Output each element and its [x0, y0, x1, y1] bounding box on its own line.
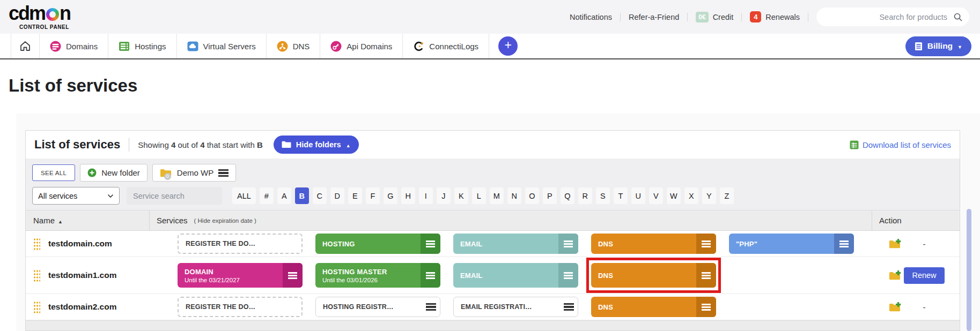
badge-text: HOSTING REGISTR…	[316, 297, 422, 317]
logo[interactable]: cdm n CONTROL PANEL	[9, 4, 70, 30]
letter-filter-a[interactable]: A	[277, 187, 291, 204]
domain-name[interactable]: testdomain2.com	[48, 302, 149, 312]
badge-menu-icon[interactable]	[696, 297, 716, 317]
hamburger-icon	[564, 272, 573, 279]
tab-home[interactable]	[11, 34, 40, 58]
badge-text: DNS	[591, 234, 696, 254]
column-name[interactable]: Name	[33, 210, 149, 230]
product-search-input[interactable]	[825, 12, 948, 22]
tab-api-domains[interactable]: Api Domains	[320, 34, 403, 58]
letter-filter-z[interactable]: Z	[720, 187, 734, 204]
refer-a-friend-link[interactable]: Refer-a-Friend	[629, 13, 679, 21]
services-badges: REGISTER THE DO…HOSTINGEMAILDNS"PHP"	[178, 234, 879, 254]
folder-plus-icon[interactable]	[889, 239, 901, 249]
service-badge-email[interactable]: EMAIL	[453, 263, 578, 288]
renewals-link[interactable]: 4 Renewals	[750, 11, 800, 22]
product-search	[816, 7, 969, 26]
letter-filter-[interactable]: #	[260, 187, 274, 204]
service-badge-domain[interactable]: DOMAINUntil the 03/21/2027	[178, 263, 303, 288]
hide-expiration-toggle[interactable]: ( Hide expiration date )	[194, 217, 256, 224]
letter-filter-k[interactable]: K	[454, 187, 468, 204]
billing-button[interactable]: Billing	[905, 36, 971, 56]
badge-menu-icon[interactable]	[558, 234, 578, 254]
badge-menu-icon[interactable]	[696, 263, 716, 288]
tab-virtual-servers[interactable]: Virtual Servers	[177, 34, 267, 58]
letter-filter-e[interactable]: E	[348, 187, 362, 204]
letter-filter-d[interactable]: D	[330, 187, 344, 204]
letter-filter-v[interactable]: V	[649, 187, 663, 204]
folder-plus-icon[interactable]	[889, 302, 901, 312]
badge-menu-icon[interactable]	[559, 297, 578, 317]
hide-folders-button[interactable]: Hide folders	[274, 136, 359, 154]
drag-handle-icon[interactable]	[33, 269, 40, 282]
letter-filter-o[interactable]: O	[525, 187, 539, 204]
credit-link[interactable]: 0€ Credit	[696, 12, 733, 22]
tab-domains[interactable]: Domains	[40, 34, 108, 58]
see-all-button[interactable]: SEE ALL	[32, 164, 75, 181]
folder-plus-icon[interactable]	[889, 270, 901, 281]
service-type-select[interactable]: All services	[32, 187, 120, 205]
letter-filter-q[interactable]: Q	[561, 187, 574, 204]
badge-menu-icon[interactable]	[421, 234, 440, 254]
service-badge-register-the-do[interactable]: REGISTER THE DO…	[178, 234, 303, 254]
letter-filter-j[interactable]: J	[437, 187, 451, 204]
tab-connectilogs[interactable]: ConnectiLogs	[403, 34, 489, 58]
service-badge-dns[interactable]: DNS	[591, 234, 716, 254]
letter-filter-p[interactable]: P	[543, 187, 557, 204]
chevron-down-icon	[107, 194, 114, 198]
badge-menu-icon[interactable]	[558, 263, 578, 288]
letter-filter-n[interactable]: N	[507, 187, 521, 204]
badge-menu-icon[interactable]	[696, 234, 716, 254]
drag-handle-icon[interactable]	[33, 237, 40, 250]
scrollbar-thumb[interactable]	[967, 209, 971, 331]
billing-icon	[915, 42, 923, 51]
service-badge-email[interactable]: EMAIL	[453, 234, 578, 254]
new-folder-button[interactable]: New folder	[80, 164, 148, 182]
letter-filter-t[interactable]: T	[614, 187, 628, 204]
drag-handle-icon[interactable]	[33, 300, 40, 313]
service-search-input[interactable]	[132, 191, 234, 201]
badge-text: HOSTING MASTERUntil the 03/01/2026	[315, 263, 421, 288]
letter-filter-c[interactable]: C	[313, 187, 327, 204]
service-badge-email-registrati[interactable]: EMAIL REGISTRATI…	[453, 297, 578, 317]
add-service-button[interactable]	[498, 36, 518, 56]
letter-filter-w[interactable]: W	[667, 187, 681, 204]
badge-menu-icon[interactable]	[283, 263, 303, 288]
badge-menu-icon[interactable]	[422, 297, 440, 317]
renew-button[interactable]: Renew	[904, 267, 944, 284]
service-badge-hosting-registr[interactable]: HOSTING REGISTR…	[315, 297, 440, 317]
service-badge-hosting-master[interactable]: HOSTING MASTERUntil the 03/01/2026	[315, 263, 440, 288]
download-services-link[interactable]: Download list of services	[850, 140, 951, 149]
service-badge-dns[interactable]: DNS	[591, 263, 716, 288]
tab-dns[interactable]: DNS	[267, 34, 321, 58]
badge-menu-icon[interactable]	[421, 263, 440, 288]
letter-filter-all[interactable]: ALL	[232, 187, 256, 204]
tab-hostings[interactable]: Hostings	[108, 34, 176, 58]
letter-filter-h[interactable]: H	[401, 187, 415, 204]
folder-demo-wp-button[interactable]: 0 Demo WP	[152, 164, 236, 182]
badge-wrap: DNS	[591, 234, 716, 254]
letter-filter-g[interactable]: G	[384, 187, 397, 204]
letter-filter-f[interactable]: F	[366, 187, 380, 204]
service-badge-register-the-do[interactable]: REGISTER THE DO…	[178, 297, 303, 317]
letter-filter-b[interactable]: B	[295, 187, 309, 204]
service-badge-php[interactable]: "PHP"	[729, 234, 854, 254]
letter-filter-m[interactable]: M	[490, 187, 504, 204]
letter-filter-i[interactable]: I	[419, 187, 433, 204]
letter-filter-r[interactable]: R	[578, 187, 592, 204]
domain-name[interactable]: testdomain1.com	[48, 270, 149, 280]
letter-filter-s[interactable]: S	[596, 187, 610, 204]
letter-filter-x[interactable]: X	[684, 187, 698, 204]
badge-text: REGISTER THE DO…	[179, 235, 301, 253]
domain-name[interactable]: testdomain.com	[48, 239, 149, 249]
letter-filter-l[interactable]: L	[472, 187, 486, 204]
service-badge-dns[interactable]: DNS	[591, 297, 716, 317]
folder-menu-icon[interactable]	[218, 169, 229, 177]
badge-menu-icon[interactable]	[834, 234, 854, 254]
badge-expiration: Until the 03/21/2027	[185, 277, 276, 283]
letter-filter-y[interactable]: Y	[702, 187, 716, 204]
notifications-link[interactable]: Notifications	[570, 13, 612, 21]
service-badge-hosting[interactable]: HOSTING	[315, 234, 440, 254]
search-icon[interactable]	[953, 12, 963, 22]
letter-filter-u[interactable]: U	[631, 187, 645, 204]
